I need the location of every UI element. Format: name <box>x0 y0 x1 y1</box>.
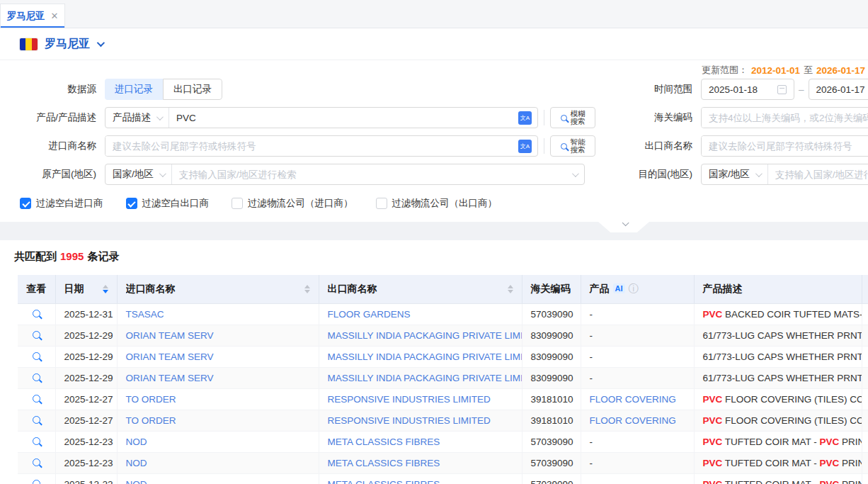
close-icon[interactable]: ✕ <box>51 11 59 21</box>
view-detail-icon[interactable] <box>33 352 40 360</box>
fuzzy-search-button[interactable]: 模糊 搜索 <box>550 107 595 128</box>
product-link[interactable]: FLOOR COVERING <box>590 394 676 405</box>
info-icon[interactable]: ⓘ <box>629 283 639 294</box>
chevron-down-icon[interactable] <box>97 39 105 47</box>
importer-link[interactable]: ORIAN TEAM SERV <box>126 351 214 362</box>
importer-link[interactable]: NOD <box>126 458 147 468</box>
view-detail-icon[interactable] <box>33 310 40 317</box>
view-detail-icon[interactable] <box>33 480 40 484</box>
hs-code-label: 海关编码 <box>609 111 701 124</box>
table-row: 2025-12-23NODMETA CLASSICS FIBRES5703909… <box>18 452 868 473</box>
destination-country-select-group[interactable]: 国家/地区 <box>701 164 868 185</box>
translate-icon[interactable]: 文A <box>518 140 532 153</box>
results-table: 查看 日期 进口商名称 出口商名称 海关编码 <box>18 275 868 484</box>
collapse-panel-handle[interactable] <box>598 222 649 232</box>
stub-cell <box>862 303 868 325</box>
keyword-highlight: PVC <box>703 415 723 426</box>
checkbox-icon[interactable] <box>126 198 137 209</box>
importer-cell: NOD <box>117 431 319 452</box>
checkbox-filter-logistics-importer[interactable]: 过滤物流公司（进口商） <box>232 197 353 210</box>
sort-desc-icon[interactable] <box>304 290 310 293</box>
checkbox-filter-blank-importer[interactable]: 过滤空白进口商 <box>20 197 103 210</box>
hs-code-cell: 83099090 <box>522 346 581 367</box>
end-date-value: 2026-01-17 <box>816 84 868 95</box>
exporter-cell: META CLASSICS FIBRES <box>319 473 522 484</box>
view-detail-icon[interactable] <box>33 437 40 445</box>
importer-link[interactable]: TO ORDER <box>126 394 176 405</box>
translate-icon[interactable]: 文A <box>518 111 532 125</box>
product-link[interactable]: FLOOR COVERING <box>590 415 676 426</box>
destination-country-select[interactable]: 国家/地区 <box>702 164 768 184</box>
sort-asc-icon[interactable] <box>304 285 310 288</box>
origin-country-select[interactable]: 国家/地区 <box>105 164 172 184</box>
exporter-input[interactable] <box>702 136 868 156</box>
product-input[interactable] <box>169 108 518 128</box>
importer-link[interactable]: ORIAN TEAM SERV <box>126 373 214 383</box>
importer-link[interactable]: NOD <box>126 437 147 447</box>
importer-input[interactable] <box>105 136 518 156</box>
sort-importer[interactable] <box>304 285 310 293</box>
chevron-down-icon <box>755 170 763 177</box>
exporter-link[interactable]: MASSILLY INDIA PACKAGING PRIVATE LIMI... <box>328 373 522 383</box>
checkbox-filter-blank-exporter[interactable]: 过滤空白出口商 <box>126 197 210 210</box>
exporter-link[interactable]: MASSILLY INDIA PACKAGING PRIVATE LIMI... <box>328 351 522 362</box>
import-records-button[interactable]: 进口记录 <box>105 79 163 100</box>
importer-link[interactable]: TSASAC <box>126 309 164 320</box>
sort-desc-icon[interactable] <box>508 290 513 293</box>
hs-code-cell: 83099090 <box>522 367 581 388</box>
exporter-link[interactable]: META CLASSICS FIBRES <box>328 479 440 484</box>
origin-country-input[interactable] <box>172 164 569 184</box>
view-detail-icon[interactable] <box>33 373 40 381</box>
chevron-down-icon <box>622 219 629 226</box>
smart-search-button[interactable]: 智能 搜索 <box>550 135 595 157</box>
view-detail-icon[interactable] <box>33 331 40 339</box>
product-cell: - <box>581 367 694 388</box>
description-cell: PVC TUFTED COIR MAT - PVC PRINT... <box>694 473 862 484</box>
results-section: 共匹配到1995条记录 查看 日期 进口商名称 <box>0 240 868 484</box>
view-detail-icon[interactable] <box>33 395 40 403</box>
view-detail-icon[interactable] <box>33 458 40 466</box>
description-text: TUFTED COIR MAT - <box>722 437 819 447</box>
sort-date[interactable] <box>103 285 108 293</box>
product-cell: - <box>581 452 694 473</box>
tab-romania[interactable]: 罗马尼亚 ✕ <box>0 4 65 28</box>
hs-code-cell: 57039090 <box>522 473 581 484</box>
product-type-select[interactable]: 产品描述 <box>105 108 169 128</box>
keyword-highlight: PVC <box>820 437 840 447</box>
destination-country-input[interactable] <box>768 164 868 184</box>
importer-link[interactable]: NOD <box>126 479 147 484</box>
country-header: 罗马尼亚 <box>0 28 868 60</box>
chevron-down-icon <box>156 113 164 120</box>
start-date-input[interactable]: 2025-01-18 <box>701 79 794 100</box>
sort-desc-icon[interactable] <box>103 290 108 293</box>
exporter-link[interactable]: META CLASSICS FIBRES <box>328 458 440 468</box>
exporter-link[interactable]: MASSILLY INDIA PACKAGING PRIVATE LIMI... <box>328 330 522 341</box>
exporter-link[interactable]: RESPONSIVE INDUSTRIES LIMITED <box>328 415 491 426</box>
country-name[interactable]: 罗马尼亚 <box>45 37 90 52</box>
checkbox-icon[interactable] <box>376 198 387 209</box>
sort-exporter[interactable] <box>508 285 513 293</box>
exporter-cell: META CLASSICS FIBRES <box>319 431 522 452</box>
origin-country-select-group[interactable]: 国家/地区 <box>105 164 585 185</box>
sort-asc-icon[interactable] <box>103 285 108 288</box>
importer-label: 进口商名称 <box>0 140 105 152</box>
exporter-link[interactable]: FLOOR GARDENS <box>328 309 411 320</box>
checkbox-icon[interactable] <box>20 198 31 209</box>
exporter-link[interactable]: RESPONSIVE INDUSTRIES LIMITED <box>328 394 491 405</box>
description-text: 61/773-LUG CAPS WHETHER PRNTD... <box>703 351 862 362</box>
checkbox-icon[interactable] <box>232 198 243 209</box>
table-row: 2025-12-23NODMETA CLASSICS FIBRES5703909… <box>18 431 868 452</box>
importer-cell: TO ORDER <box>117 410 319 431</box>
sort-asc-icon[interactable] <box>508 285 513 288</box>
export-records-button[interactable]: 出口记录 <box>163 79 222 100</box>
exporter-link[interactable]: META CLASSICS FIBRES <box>328 437 440 447</box>
results-count: 1995 <box>60 250 84 262</box>
chevron-down-icon <box>572 170 579 177</box>
view-detail-icon[interactable] <box>33 416 40 424</box>
importer-link[interactable]: TO ORDER <box>126 415 176 426</box>
end-date-input[interactable]: 2026-01-17 <box>809 79 868 100</box>
col-stub <box>862 275 868 303</box>
hs-code-input[interactable] <box>702 108 868 128</box>
checkbox-filter-logistics-exporter[interactable]: 过滤物流公司（出口商） <box>376 197 498 210</box>
importer-link[interactable]: ORIAN TEAM SERV <box>126 330 214 341</box>
